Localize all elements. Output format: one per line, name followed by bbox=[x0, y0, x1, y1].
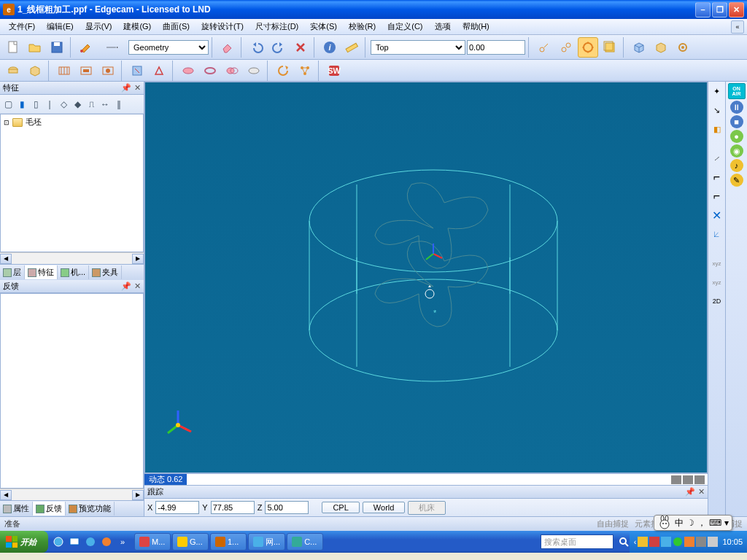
tab-props[interactable]: 属性 bbox=[0, 502, 33, 516]
ime-menu-icon[interactable]: ▾ bbox=[724, 518, 729, 528]
vb-icon3[interactable] bbox=[694, 475, 705, 484]
scroll-left-icon[interactable]: ◀ bbox=[0, 490, 12, 500]
start-button[interactable]: 开始 bbox=[0, 531, 48, 553]
op12-button[interactable] bbox=[273, 61, 293, 81]
ft-btn3[interactable]: ▯ bbox=[29, 97, 42, 112]
op2-button[interactable] bbox=[25, 61, 45, 81]
menu-dim[interactable]: 尺寸标注(D) bbox=[249, 20, 304, 34]
rc-stop-icon[interactable]: ■ bbox=[730, 115, 743, 128]
redo-button[interactable] bbox=[268, 37, 289, 58]
onair-button[interactable]: ONAIR bbox=[728, 83, 746, 99]
maximize-button[interactable]: ❐ bbox=[712, 2, 727, 18]
x-input[interactable] bbox=[155, 501, 199, 514]
tray-icon[interactable] bbox=[661, 537, 671, 547]
z-input[interactable] bbox=[265, 501, 309, 514]
rc-mic-icon[interactable]: ● bbox=[730, 130, 743, 143]
menu-edit[interactable]: 编辑(E) bbox=[41, 20, 80, 34]
task-item[interactable]: C... bbox=[287, 533, 323, 551]
menu-custom[interactable]: 自定义(C) bbox=[382, 20, 428, 34]
close-button[interactable]: ✕ bbox=[729, 2, 744, 18]
menu-file[interactable]: 文件(F) bbox=[3, 20, 41, 34]
cpl-button[interactable]: CPL bbox=[322, 502, 359, 513]
menu-model[interactable]: 建模(G) bbox=[117, 20, 157, 34]
undo-button[interactable] bbox=[247, 37, 267, 58]
op8-button[interactable] bbox=[178, 61, 198, 81]
measure-button[interactable] bbox=[341, 37, 362, 58]
menu-overflow-button[interactable]: « bbox=[731, 20, 744, 34]
r1-curve2-icon[interactable]: ⌐ bbox=[708, 188, 726, 204]
ime-mode[interactable]: 中 bbox=[675, 517, 684, 529]
solidworks-button[interactable]: SW bbox=[324, 61, 344, 81]
tray-icon[interactable] bbox=[638, 537, 648, 547]
menu-view[interactable]: 显示(V) bbox=[80, 20, 118, 34]
tab-machine[interactable]: 机... bbox=[58, 265, 89, 279]
ft-btn6[interactable]: ◆ bbox=[71, 97, 84, 112]
box-button[interactable] bbox=[651, 37, 671, 58]
ql-ie-icon[interactable] bbox=[51, 534, 66, 550]
ime-comma-icon[interactable]: ， bbox=[697, 517, 706, 529]
y-input[interactable] bbox=[211, 501, 255, 514]
brush-button[interactable] bbox=[76, 37, 96, 58]
r1-curve1-icon[interactable]: ⌐ bbox=[708, 169, 726, 185]
menu-solid[interactable]: 实体(S) bbox=[304, 20, 343, 34]
cube-button[interactable] bbox=[629, 37, 649, 58]
r1-ruler-icon[interactable]: ⟋ bbox=[708, 150, 726, 166]
pin-icon[interactable]: 📌 bbox=[121, 83, 131, 93]
tree-item-stock[interactable]: ⊡ 毛坯 bbox=[2, 116, 142, 128]
desktop-search[interactable]: 搜索桌面 bbox=[541, 534, 614, 549]
op5-button[interactable] bbox=[98, 61, 118, 81]
op10-button[interactable] bbox=[222, 61, 242, 81]
r1-xyz2-icon[interactable]: xyz bbox=[708, 274, 726, 290]
search-go-icon[interactable] bbox=[618, 536, 630, 548]
menu-options[interactable]: 选项 bbox=[429, 20, 457, 34]
expand-icon[interactable]: ⊡ bbox=[4, 119, 9, 126]
vb-icon2[interactable] bbox=[683, 475, 693, 484]
panel-close-icon[interactable]: ✕ bbox=[698, 487, 705, 497]
rc-pencil-icon[interactable]: ✎ bbox=[730, 174, 743, 187]
task-item[interactable]: 1... bbox=[210, 533, 247, 551]
new-button[interactable] bbox=[3, 37, 23, 58]
tray-expand-icon[interactable]: ‹ bbox=[634, 537, 637, 546]
ql-desktop-icon[interactable] bbox=[67, 534, 82, 550]
rc-cam-icon[interactable]: ◉ bbox=[730, 144, 743, 158]
op11-button[interactable] bbox=[244, 61, 264, 81]
ql-media-icon[interactable] bbox=[99, 534, 114, 550]
view-select[interactable]: Top bbox=[371, 40, 465, 55]
menu-help[interactable]: 帮助(H) bbox=[457, 20, 495, 34]
ft-btn9[interactable]: ‖ bbox=[112, 97, 125, 112]
tool-c-button[interactable] bbox=[578, 37, 598, 58]
r1-arrow-icon[interactable]: ↘ bbox=[708, 102, 726, 118]
tab-features[interactable]: 特征 bbox=[25, 265, 58, 279]
r1-2d-icon[interactable]: 2D bbox=[708, 293, 726, 309]
op4-button[interactable] bbox=[76, 61, 96, 81]
tab-layer[interactable]: 层 bbox=[0, 265, 25, 279]
ft-btn4[interactable]: | bbox=[43, 97, 56, 112]
op7-button[interactable] bbox=[149, 61, 169, 81]
minimize-button[interactable]: – bbox=[695, 2, 711, 18]
coord-input[interactable] bbox=[467, 40, 525, 55]
open-button[interactable] bbox=[25, 37, 45, 58]
save-button[interactable] bbox=[47, 37, 67, 58]
world-button[interactable]: World bbox=[363, 502, 406, 513]
pin-icon[interactable]: 📌 bbox=[685, 487, 695, 497]
tab-fixture[interactable]: 夹具 bbox=[89, 265, 122, 279]
ft-btn8[interactable]: ↔ bbox=[98, 97, 112, 112]
tray-icon[interactable] bbox=[684, 537, 694, 547]
settings-button[interactable] bbox=[673, 37, 693, 58]
ql-more-icon[interactable]: » bbox=[115, 534, 130, 550]
delete-button[interactable] bbox=[290, 37, 311, 58]
vb-icon1[interactable] bbox=[671, 475, 681, 484]
scroll-right-icon[interactable]: ▶ bbox=[132, 490, 144, 500]
tree-hscroll[interactable]: ◀ ▶ bbox=[0, 252, 144, 264]
tab-preview[interactable]: 预览功能 bbox=[66, 502, 115, 516]
eraser-button[interactable] bbox=[217, 37, 238, 58]
info-button[interactable]: i bbox=[320, 37, 340, 58]
task-item[interactable]: 网... bbox=[248, 533, 285, 551]
tool-b-button[interactable] bbox=[556, 37, 576, 58]
ft-btn2[interactable]: ▮ bbox=[15, 97, 28, 112]
r1-x-icon[interactable]: ✕ bbox=[708, 207, 726, 223]
rc-sound-icon[interactable]: ♪ bbox=[730, 159, 743, 172]
op13-button[interactable] bbox=[295, 61, 315, 81]
ft-btn1[interactable]: ▢ bbox=[1, 97, 15, 112]
scroll-right-icon[interactable]: ▶ bbox=[132, 254, 144, 264]
